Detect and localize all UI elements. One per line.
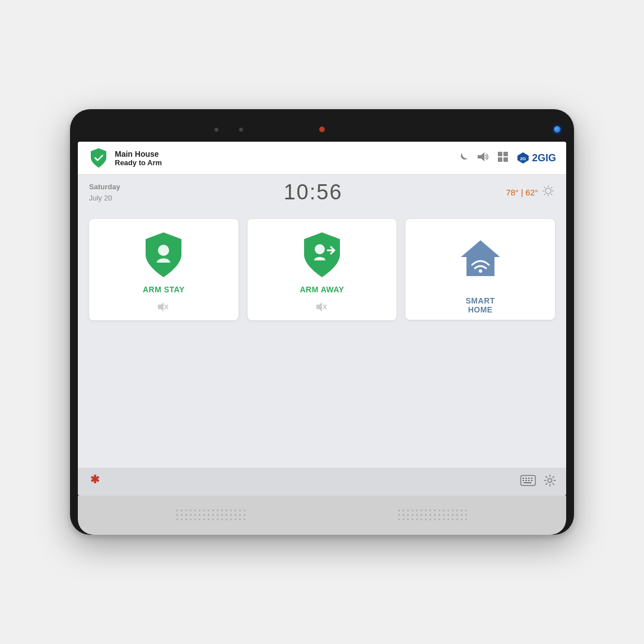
speaker-dot	[239, 519, 241, 520]
svg-rect-35	[528, 480, 530, 481]
svg-marker-0	[478, 152, 484, 161]
arm-away-card[interactable]: ARM AWAY	[248, 219, 397, 320]
moon-icon[interactable]	[458, 151, 469, 165]
datetime-bar: Saturday July 20 10:56 78° | 62°	[78, 175, 566, 210]
svg-rect-2	[503, 152, 508, 156]
speaker-dot	[421, 519, 422, 520]
emergency-button[interactable]: ✱	[88, 473, 101, 490]
svg-text:2G: 2G	[520, 156, 526, 161]
speaker-dot	[398, 510, 400, 511]
speaker-dot	[443, 514, 445, 516]
date-display: Saturday July 20	[89, 181, 120, 203]
header-left: Main House Ready to Arm	[88, 147, 162, 169]
svg-point-20	[315, 244, 325, 254]
svg-rect-31	[528, 478, 530, 479]
speaker-dot	[398, 519, 400, 520]
arm-stay-card[interactable]: ARM STAY	[89, 219, 239, 320]
keyboard-icon[interactable]	[520, 475, 536, 489]
arm-stay-shield-icon	[141, 230, 186, 279]
speaker-dot	[244, 519, 245, 520]
speaker-dot	[434, 519, 436, 520]
speaker-dot	[403, 510, 404, 511]
speaker-dot	[235, 514, 236, 516]
speaker-dot	[203, 519, 205, 520]
main-content: ARM STAY	[78, 210, 566, 468]
status-ready: Ready	[115, 158, 137, 167]
time-display: 10:56	[283, 180, 342, 204]
smart-home-label: SMARTHOME	[466, 296, 495, 314]
speaker-dot	[456, 510, 458, 511]
speaker-dot	[412, 519, 413, 520]
speaker-dot	[185, 514, 187, 516]
speaker-dot	[199, 514, 200, 516]
speaker-dot	[230, 510, 232, 511]
speaker-dot	[430, 510, 431, 511]
speaker-dot	[456, 514, 458, 516]
speaker-dot	[407, 514, 409, 516]
speaker-dot	[412, 510, 413, 511]
speaker-dot	[438, 519, 440, 520]
speaker-dot	[434, 514, 436, 516]
speaker-dot	[190, 514, 192, 516]
speaker-dot	[194, 510, 196, 511]
speaker-dot	[181, 519, 183, 520]
day-name: Saturday	[89, 181, 120, 193]
speaker-dot	[194, 519, 196, 520]
date-value: July 20	[89, 193, 120, 204]
sensor-dot-left1	[214, 128, 218, 132]
speaker-dot	[190, 519, 192, 520]
svg-line-15	[544, 194, 545, 195]
speaker-dot	[465, 514, 467, 516]
speaker-dot	[208, 514, 209, 516]
brand-logo-icon: 2G	[516, 151, 530, 165]
speaker-dot	[217, 510, 218, 511]
speaker-dot	[430, 514, 431, 516]
speaker-dot	[190, 510, 192, 511]
header-title: Main House Ready to Arm	[115, 150, 162, 167]
svg-point-26	[479, 269, 482, 273]
speaker-dot	[461, 519, 463, 520]
arm-away-shield-icon	[300, 230, 344, 279]
speaker-dot	[244, 510, 245, 511]
weather-display: 78° | 62°	[506, 184, 555, 200]
bottom-bar: ✱	[78, 468, 566, 496]
arm-away-icon-area	[300, 230, 344, 279]
svg-rect-1	[498, 152, 502, 156]
speaker-dot	[199, 510, 200, 511]
speaker-dot	[425, 510, 427, 511]
speaker-dot	[212, 519, 214, 520]
arm-stay-icon-area	[141, 230, 186, 279]
speaker-dot	[447, 519, 449, 520]
speaker-dot	[398, 514, 400, 516]
brand-shield-icon	[88, 147, 109, 169]
speaker-dot	[235, 519, 236, 520]
svg-marker-17	[158, 302, 164, 311]
speaker-dot	[443, 519, 445, 520]
svg-line-14	[551, 187, 552, 188]
svg-rect-33	[522, 480, 524, 481]
speaker-dot	[185, 519, 187, 520]
speaker-dot	[425, 514, 427, 516]
sensor-dot-left2	[239, 128, 243, 132]
speaker-dot	[181, 510, 183, 511]
location-label: Main House	[115, 150, 162, 158]
arm-away-mute-icon	[316, 302, 328, 315]
speaker-grille-left: // Will generate dots via JS below	[176, 510, 246, 521]
speaker-dot	[416, 514, 418, 516]
volume-icon[interactable]	[477, 151, 489, 165]
speaker-dot	[226, 519, 227, 520]
speaker-dot	[421, 514, 422, 516]
smart-home-icon-area	[455, 230, 506, 291]
speaker-dot	[403, 514, 404, 516]
speaker-dot	[181, 514, 183, 516]
speaker-dot	[447, 510, 449, 511]
grid-icon[interactable]	[497, 151, 508, 165]
svg-rect-32	[531, 478, 533, 479]
speaker-dot	[212, 510, 214, 511]
speaker-dot	[221, 519, 223, 520]
settings-icon[interactable]	[544, 474, 556, 489]
speaker-dot	[208, 510, 209, 511]
smart-home-card[interactable]: SMARTHOME	[405, 219, 555, 320]
speaker-dot	[199, 519, 200, 520]
screen: Main House Ready to Arm	[78, 142, 566, 496]
